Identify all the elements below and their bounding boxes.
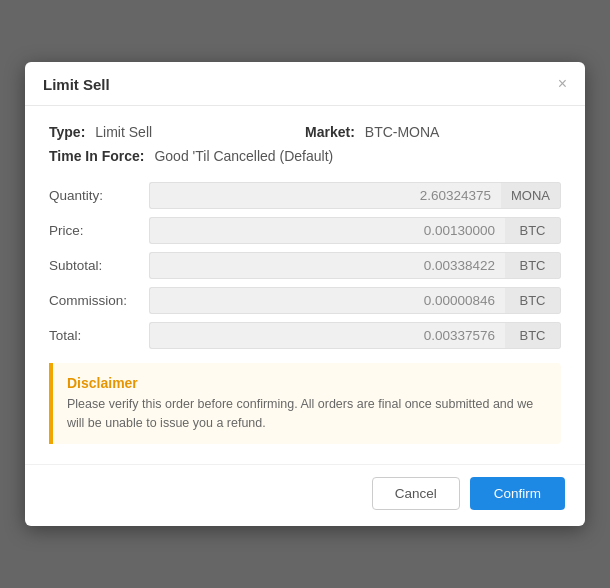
field-label: Price: (49, 223, 149, 238)
field-label: Total: (49, 328, 149, 343)
market-cell: Market: BTC-MONA (305, 124, 561, 140)
field-label: Commission: (49, 293, 149, 308)
field-row: Commission:0.00000846BTC (49, 287, 561, 314)
disclaimer-box: Disclaimer Please verify this order befo… (49, 363, 561, 445)
cancel-button[interactable]: Cancel (372, 477, 460, 510)
fields-container: Quantity:2.60324375MONAPrice:0.00130000B… (49, 182, 561, 349)
field-input: 2.60324375 (149, 182, 501, 209)
info-grid: Type: Limit Sell Market: BTC-MONA Time I… (49, 124, 561, 164)
disclaimer-title: Disclaimer (67, 375, 547, 391)
close-button[interactable]: × (558, 76, 567, 92)
modal-body: Type: Limit Sell Market: BTC-MONA Time I… (25, 106, 585, 465)
field-input-group: 0.00337576BTC (149, 322, 561, 349)
type-value: Limit Sell (95, 124, 152, 140)
field-input-group: 0.00338422BTC (149, 252, 561, 279)
field-unit: BTC (505, 217, 561, 244)
confirm-button[interactable]: Confirm (470, 477, 565, 510)
limit-sell-modal: Limit Sell × Type: Limit Sell Market: BT… (25, 62, 585, 527)
field-row: Total:0.00337576BTC (49, 322, 561, 349)
time-in-force-value: Good 'Til Cancelled (Default) (154, 148, 333, 164)
field-row: Quantity:2.60324375MONA (49, 182, 561, 209)
field-unit: BTC (505, 287, 561, 314)
field-input: 0.00337576 (149, 322, 505, 349)
modal-header: Limit Sell × (25, 62, 585, 106)
field-input: 0.00130000 (149, 217, 505, 244)
time-in-force-row: Time In Force: Good 'Til Cancelled (Defa… (49, 148, 561, 164)
field-input: 0.00000846 (149, 287, 505, 314)
field-unit: BTC (505, 252, 561, 279)
field-label: Subtotal: (49, 258, 149, 273)
field-row: Price:0.00130000BTC (49, 217, 561, 244)
modal-title: Limit Sell (43, 76, 110, 93)
modal-footer: Cancel Confirm (25, 464, 585, 526)
field-unit: BTC (505, 322, 561, 349)
field-input-group: 0.00000846BTC (149, 287, 561, 314)
market-label: Market: (305, 124, 355, 140)
field-input-group: 2.60324375MONA (149, 182, 561, 209)
disclaimer-text: Please verify this order before confirmi… (67, 395, 547, 433)
field-input-group: 0.00130000BTC (149, 217, 561, 244)
field-label: Quantity: (49, 188, 149, 203)
market-value: BTC-MONA (365, 124, 440, 140)
type-cell: Type: Limit Sell (49, 124, 305, 140)
type-label: Type: (49, 124, 85, 140)
field-row: Subtotal:0.00338422BTC (49, 252, 561, 279)
time-in-force-label: Time In Force: (49, 148, 144, 164)
modal-overlay: Limit Sell × Type: Limit Sell Market: BT… (0, 0, 610, 588)
field-unit: MONA (501, 182, 561, 209)
field-input: 0.00338422 (149, 252, 505, 279)
